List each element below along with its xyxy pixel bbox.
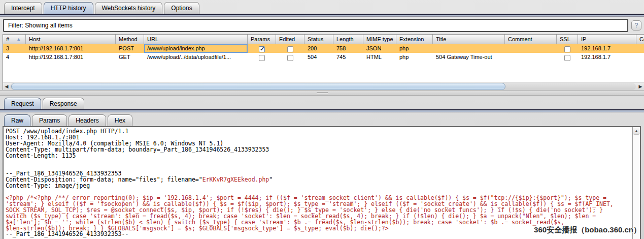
cell-extension[interactable]: php: [396, 53, 433, 62]
table-header-row: #▲HostMethodURLParamsEditedStatusLengthM…: [3, 35, 644, 44]
cell-edited[interactable]: [276, 44, 304, 53]
cell-edited[interactable]: [276, 53, 304, 62]
column-header-url[interactable]: URL: [144, 35, 248, 44]
cell-method[interactable]: POST: [116, 44, 144, 53]
table-row[interactable]: 3http://192.168.1.7:801POST/www/upload/i…: [3, 44, 644, 53]
scroll-left-icon[interactable]: ◀: [3, 84, 10, 89]
column-header-method[interactable]: Method: [116, 35, 144, 44]
table-empty-area: [3, 62, 644, 82]
cell-ssl[interactable]: [557, 53, 578, 62]
cell-host[interactable]: http://192.168.1.7:801: [26, 44, 116, 53]
editor-tab-bar: RawParamsHeadersHex: [0, 112, 644, 126]
cell-params[interactable]: [248, 44, 276, 53]
tab-hex[interactable]: Hex: [108, 114, 132, 126]
column-label: Params: [251, 36, 270, 44]
tab-http-history[interactable]: HTTP history: [44, 2, 93, 14]
splitter-grip-icon: [317, 92, 328, 94]
cell-url[interactable]: /www/upload/../data/uploadfile/1...: [144, 53, 248, 62]
cell-cookies[interactable]: [636, 53, 644, 62]
cell-comment[interactable]: [505, 53, 557, 62]
table-body: 3http://192.168.1.7:801POST/www/upload/i…: [3, 44, 644, 62]
cell-ip[interactable]: 192.168.1.7: [578, 44, 636, 53]
filter-row: Filter: Showing all items ?: [3, 19, 641, 32]
request-line: Content-Disposition: form-data; name="fi…: [6, 177, 632, 183]
edited-checkbox[interactable]: [287, 46, 293, 52]
cell-ip[interactable]: 192.168.1.7: [578, 53, 636, 62]
cell-url[interactable]: /www/upload/index.php: [144, 44, 248, 53]
column-header-params[interactable]: Params: [248, 35, 276, 44]
request-raw-text[interactable]: POST /www/upload/index.php HTTP/1.1Host:…: [4, 127, 632, 239]
cell-status[interactable]: 200: [304, 44, 333, 53]
request-line: [6, 159, 632, 165]
burp-proxy-window: InterceptHTTP historyWebSockets historyO…: [0, 0, 644, 239]
cell-length[interactable]: 745: [333, 53, 363, 62]
horizontal-scroll-thumb[interactable]: [11, 83, 505, 90]
tab-request[interactable]: Request: [4, 98, 41, 109]
horizontal-scroll-track[interactable]: [10, 83, 636, 90]
cell-num[interactable]: 4: [3, 53, 26, 62]
cell-length[interactable]: 758: [333, 44, 363, 53]
scroll-right-icon[interactable]: ▶: [637, 84, 644, 89]
table-row[interactable]: 4http://192.168.1.7:801GET/www/upload/..…: [3, 53, 644, 62]
request-line: Content-Length: 1135: [6, 153, 632, 159]
ssl-checkbox[interactable]: [564, 55, 570, 61]
cell-method[interactable]: GET: [116, 53, 144, 62]
cell-host[interactable]: http://192.168.1.7:801: [26, 53, 116, 62]
column-header-status[interactable]: Status: [304, 35, 333, 44]
column-header-edited[interactable]: Edited: [276, 35, 304, 44]
column-label: Host: [29, 36, 41, 44]
column-label: SSL: [560, 36, 570, 44]
column-label: Coo: [639, 36, 644, 44]
cell-cookies[interactable]: [636, 44, 644, 53]
column-header-length[interactable]: Length: [333, 35, 363, 44]
panel-splitter[interactable]: [0, 90, 644, 96]
tab-raw[interactable]: Raw: [4, 114, 30, 126]
params-checkbox[interactable]: [259, 46, 265, 52]
cell-mime[interactable]: HTML: [363, 53, 396, 62]
tab-options[interactable]: Options: [164, 2, 199, 14]
tab-websockets-history[interactable]: WebSockets history: [95, 2, 163, 14]
request-line: Content-Type: image/jpeg: [6, 183, 632, 189]
column-label: MIME type: [366, 36, 393, 44]
cell-ssl[interactable]: [557, 44, 578, 53]
column-label: Edited: [279, 36, 295, 44]
column-header-num[interactable]: #▲: [3, 35, 26, 44]
help-button[interactable]: ?: [631, 20, 641, 31]
column-header-comment[interactable]: Comment: [505, 35, 557, 44]
column-label: Status: [308, 36, 323, 44]
column-header-title[interactable]: Title: [433, 35, 505, 44]
cell-extension[interactable]: php: [396, 44, 433, 53]
tab-params[interactable]: Params: [32, 114, 67, 126]
ssl-checkbox[interactable]: [564, 46, 570, 52]
tab-headers[interactable]: Headers: [69, 114, 106, 126]
column-header-mime[interactable]: MIME type: [363, 35, 396, 44]
request-raw-editor: POST /www/upload/index.php HTTP/1.1Host:…: [3, 126, 641, 239]
message-tab-bar: RequestResponse: [0, 96, 644, 109]
vertical-scrollbar[interactable]: ▲: [632, 127, 640, 239]
column-header-cookies[interactable]: Coo: [636, 35, 644, 44]
column-label: Title: [436, 36, 446, 44]
column-header-ssl[interactable]: SSL: [557, 35, 578, 44]
request-line: --_Part_186_1341946526_4133932353--: [6, 231, 632, 237]
column-header-extension[interactable]: Extension: [396, 35, 433, 44]
cell-title[interactable]: [433, 44, 505, 53]
tab-response[interactable]: Response: [43, 98, 84, 109]
column-header-host[interactable]: Host: [26, 35, 116, 44]
http-history-table: #▲HostMethodURLParamsEditedStatusLengthM…: [3, 34, 644, 90]
scroll-up-icon[interactable]: ▲: [633, 127, 640, 135]
horizontal-scrollbar[interactable]: ◀ ▶: [3, 82, 644, 90]
cell-mime[interactable]: JSON: [363, 44, 396, 53]
proxy-tab-bar: InterceptHTTP historyWebSockets historyO…: [0, 0, 644, 14]
tab-strip: [0, 15, 644, 17]
cell-params[interactable]: [248, 53, 276, 62]
cell-status[interactable]: 504: [304, 53, 333, 62]
column-header-ip[interactable]: IP: [578, 35, 636, 44]
params-checkbox[interactable]: [259, 55, 265, 61]
cell-title[interactable]: 504 Gateway Time-out: [433, 53, 505, 62]
cell-comment[interactable]: [505, 44, 557, 53]
edited-checkbox[interactable]: [287, 55, 293, 61]
filter-bar[interactable]: Filter: Showing all items: [3, 19, 628, 32]
column-label: IP: [581, 36, 586, 44]
cell-num[interactable]: 3: [3, 44, 26, 53]
tab-intercept[interactable]: Intercept: [4, 2, 42, 14]
